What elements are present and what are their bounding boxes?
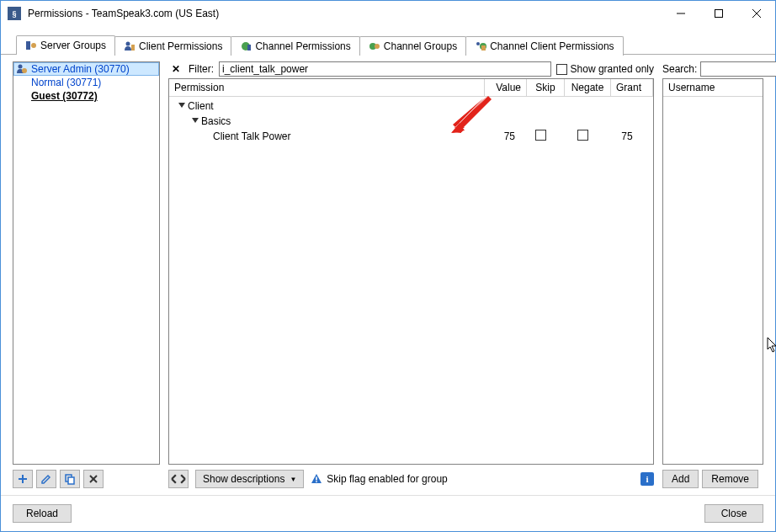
tab-label: Client Permissions xyxy=(139,40,222,52)
group-icon xyxy=(16,90,28,102)
channel-icon xyxy=(240,40,252,52)
col-negate[interactable]: Negate xyxy=(565,79,611,96)
permissions-window: § Permissions - TeamSpeak3.com (US East)… xyxy=(0,0,776,532)
tab-label: Server Groups xyxy=(40,40,106,51)
svg-point-5 xyxy=(31,43,36,48)
col-skip[interactable]: Skip xyxy=(527,79,565,96)
svg-rect-1 xyxy=(715,10,722,18)
hint-label: Skip flag enabled for group xyxy=(327,473,447,485)
svg-rect-26 xyxy=(316,477,318,481)
minimize-button[interactable] xyxy=(662,2,699,26)
permission-negate[interactable] xyxy=(560,130,606,143)
filter-input[interactable] xyxy=(219,61,551,77)
svg-point-11 xyxy=(375,44,380,49)
tree-node-client[interactable]: Client xyxy=(169,98,653,114)
channel-client-icon xyxy=(475,40,486,52)
tab-bar: Server Groups Client Permissions Channel… xyxy=(1,35,775,54)
tree-label: Client xyxy=(188,100,214,112)
svg-rect-7 xyxy=(131,45,135,51)
filter-row: ✕ Filter: Show granted only xyxy=(168,61,654,77)
svg-rect-20 xyxy=(68,477,74,484)
permission-body: Client Basics Client Talk Power 75 xyxy=(169,97,653,146)
svg-rect-4 xyxy=(26,41,30,50)
svg-point-15 xyxy=(19,65,23,69)
permission-skip[interactable] xyxy=(522,130,560,143)
permission-value[interactable]: 75 xyxy=(480,130,522,142)
svg-rect-9 xyxy=(247,45,251,51)
tab-client-permissions[interactable]: Client Permissions xyxy=(114,36,231,56)
group-item-server-admin[interactable]: Server Admin (30770) xyxy=(13,62,159,76)
group-label: Guest (30772) xyxy=(31,90,98,102)
show-granted-checkbox[interactable]: Show granted only xyxy=(556,63,654,75)
tab-server-groups[interactable]: Server Groups xyxy=(16,35,115,55)
server-group-icon xyxy=(25,40,37,51)
warning-icon xyxy=(311,473,322,485)
channel-group-icon xyxy=(369,40,380,52)
reload-button[interactable]: Reload xyxy=(13,504,72,523)
search-label: Search: xyxy=(662,63,697,75)
search-input[interactable] xyxy=(700,61,776,77)
svg-point-6 xyxy=(126,42,130,46)
checkbox-icon xyxy=(535,130,546,141)
group-label: Normal (30771) xyxy=(31,77,101,88)
remove-user-button[interactable]: Remove xyxy=(702,470,758,488)
permission-header: Permission Value Skip Negate Grant xyxy=(169,79,653,97)
col-grant[interactable]: Grant xyxy=(611,79,653,96)
window-buttons xyxy=(662,2,775,26)
window-title: Permissions - TeamSpeak3.com (US East) xyxy=(28,8,662,19)
group-item-normal[interactable]: Normal (30771) xyxy=(13,76,159,89)
group-list[interactable]: Server Admin (30770) Normal (30771) Gues… xyxy=(13,61,160,465)
group-icon xyxy=(16,63,28,75)
svg-rect-14 xyxy=(481,45,486,51)
permission-grant[interactable]: 75 xyxy=(606,130,648,142)
tab-channel-permissions[interactable]: Channel Permissions xyxy=(231,36,359,56)
permission-row[interactable]: Client Talk Power 75 75 xyxy=(169,129,653,144)
show-descriptions-button[interactable]: Show descriptions ▼ xyxy=(195,470,304,488)
group-toolbar xyxy=(13,470,160,488)
chevron-down-icon xyxy=(191,115,201,127)
svg-point-16 xyxy=(22,68,27,73)
tab-channel-groups[interactable]: Channel Groups xyxy=(359,36,466,56)
close-button[interactable]: Close xyxy=(704,504,763,523)
expand-toggle-button[interactable] xyxy=(168,470,189,488)
maximize-button[interactable] xyxy=(699,2,737,26)
user-buttons: Add Remove xyxy=(662,470,763,488)
close-window-button[interactable] xyxy=(737,2,775,26)
search-row: Search: xyxy=(662,61,763,77)
tree-label: Basics xyxy=(201,115,231,127)
group-label: Server Admin (30770) xyxy=(31,63,130,75)
tab-channel-client-permissions[interactable]: Channel Client Permissions xyxy=(465,36,623,56)
col-value[interactable]: Value xyxy=(485,79,527,96)
copy-group-button[interactable] xyxy=(60,470,80,488)
checkbox-icon xyxy=(577,130,588,141)
hint-text: Skip flag enabled for group xyxy=(311,473,634,485)
user-list-header[interactable]: Username xyxy=(663,79,763,97)
dialog-footer: Reload Close xyxy=(1,495,775,531)
add-group-button[interactable] xyxy=(13,470,33,488)
clear-filter-button[interactable]: ✕ xyxy=(168,61,183,77)
titlebar: § Permissions - TeamSpeak3.com (US East) xyxy=(1,1,775,26)
dropdown-icon: ▼ xyxy=(290,476,296,483)
add-user-button[interactable]: Add xyxy=(662,470,699,488)
svg-point-12 xyxy=(476,42,480,45)
tab-label: Channel Client Permissions xyxy=(490,40,614,52)
group-icon xyxy=(16,77,28,88)
permissions-panel: ✕ Filter: Show granted only Permission V… xyxy=(168,61,654,488)
client-icon xyxy=(124,40,136,52)
tab-label: Channel Groups xyxy=(384,40,457,52)
show-granted-label: Show granted only xyxy=(571,63,654,75)
app-icon: § xyxy=(8,7,21,20)
tab-label: Channel Permissions xyxy=(255,40,350,52)
rename-group-button[interactable] xyxy=(36,470,56,488)
permission-table: Permission Value Skip Negate Grant Clien… xyxy=(168,78,654,465)
content-area: Server Admin (30770) Normal (30771) Gues… xyxy=(1,54,775,495)
show-descriptions-label: Show descriptions xyxy=(203,473,284,485)
permission-footer: Show descriptions ▼ Skip flag enabled fo… xyxy=(168,470,654,488)
group-item-guest[interactable]: Guest (30772) xyxy=(13,89,159,103)
delete-group-button[interactable] xyxy=(83,470,104,488)
tree-node-basics[interactable]: Basics xyxy=(169,114,653,129)
user-list[interactable]: Username xyxy=(662,78,763,465)
col-permission[interactable]: Permission xyxy=(169,79,485,96)
permission-name: Client Talk Power xyxy=(174,130,480,142)
info-icon[interactable]: i xyxy=(640,472,654,486)
